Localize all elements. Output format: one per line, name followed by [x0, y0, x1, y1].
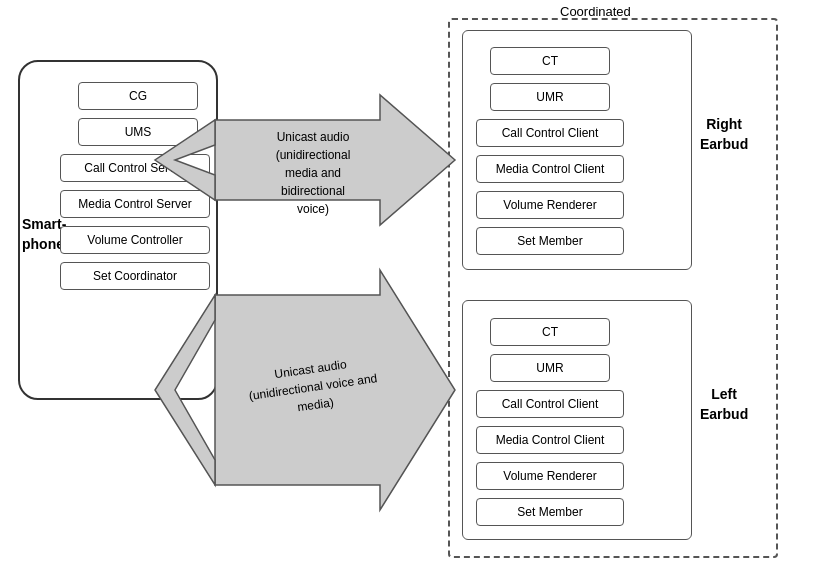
coordinated-label: Coordinated [560, 4, 631, 19]
volume-renderer-right-box: Volume Renderer [476, 191, 624, 219]
set-coordinator-box: Set Coordinator [60, 262, 210, 290]
arrow-top-label: Unicast audio(unidirectionalmedia andbid… [258, 128, 368, 218]
call-control-client-right-box: Call Control Client [476, 119, 624, 147]
set-member-right-box: Set Member [476, 227, 624, 255]
diagram-container: Smart-phone Coordinated RightEarbud Left… [0, 0, 826, 579]
right-earbud-label: RightEarbud [700, 115, 748, 154]
arrow-bottom-label: Unicast audio(unidirectional voice andme… [245, 351, 381, 423]
volume-controller-box: Volume Controller [60, 226, 210, 254]
left-earbud-label: LeftEarbud [700, 385, 748, 424]
call-control-server-box: Call Control Server [60, 154, 210, 182]
media-control-client-right-box: Media Control Client [476, 155, 624, 183]
media-control-client-left-box: Media Control Client [476, 426, 624, 454]
cg-box: CG [78, 82, 198, 110]
set-member-left-box: Set Member [476, 498, 624, 526]
umr-right-box: UMR [490, 83, 610, 111]
ct-right-box: CT [490, 47, 610, 75]
ct-left-box: CT [490, 318, 610, 346]
ums-box: UMS [78, 118, 198, 146]
umr-left-box: UMR [490, 354, 610, 382]
media-control-server-box: Media Control Server [60, 190, 210, 218]
call-control-client-left-box: Call Control Client [476, 390, 624, 418]
volume-renderer-left-box: Volume Renderer [476, 462, 624, 490]
